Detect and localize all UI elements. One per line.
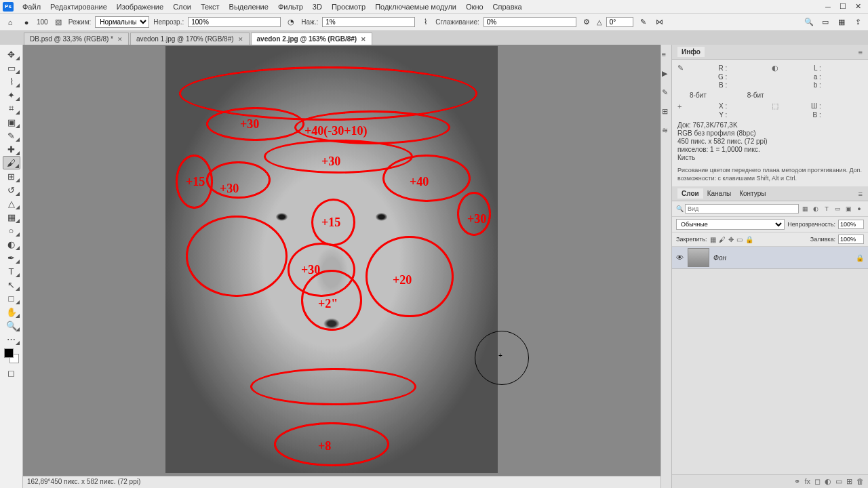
brush-settings-icon[interactable]: ▧ — [52, 16, 64, 28]
dock-icon-history[interactable]: ▶ — [662, 69, 671, 79]
menu-выделение[interactable]: Выделение — [224, 1, 273, 12]
layer-blend-select[interactable]: Обычные — [676, 219, 785, 230]
lock-transparency-icon[interactable]: ▦ — [710, 236, 716, 243]
blend-mode-select[interactable]: Нормальный — [95, 16, 149, 28]
maximize-button[interactable]: ☐ — [835, 1, 850, 13]
menu-фильтр[interactable]: Фильтр — [273, 1, 308, 12]
search-icon[interactable]: 🔍 — [803, 16, 815, 28]
frame-tool[interactable]: ▣ — [3, 115, 20, 129]
lock-all-icon[interactable]: 🔒 — [745, 236, 753, 243]
hand-tool[interactable]: ✋ — [3, 305, 20, 319]
link-layers-icon[interactable]: ⚭ — [794, 477, 800, 486]
brush-tool[interactable]: 🖌 — [3, 156, 20, 169]
panel-menu-icon[interactable]: ≡ — [859, 48, 863, 56]
panel-tab-Контуры[interactable]: Контуры — [735, 188, 770, 199]
lasso-tool[interactable]: ⌇ — [3, 75, 20, 88]
smoothing-options-icon[interactable]: ⚙ — [580, 16, 593, 28]
menu-подключаемые модули[interactable]: Подключаемые модули — [370, 1, 461, 12]
menu-3d[interactable]: 3D — [308, 1, 327, 12]
filter-adj-icon[interactable]: ◐ — [811, 204, 821, 214]
dock-icon-character[interactable]: ≋ — [662, 126, 671, 136]
wand-tool[interactable]: ✦ — [3, 88, 20, 102]
document-tab[interactable]: avedon 1.jpg @ 170% (RGB/8#)✕ — [130, 33, 250, 45]
new-layer-icon[interactable]: ⊞ — [846, 477, 852, 486]
filter-img-icon[interactable]: ▦ — [800, 204, 810, 214]
layer-opacity-field[interactable] — [838, 220, 864, 229]
menu-слои[interactable]: Слои — [168, 1, 196, 12]
type-tool[interactable]: T — [3, 264, 20, 278]
gradient-tool[interactable]: ▦ — [3, 210, 20, 224]
pressure-opacity-icon[interactable]: ◔ — [285, 16, 297, 28]
menu-редактирование[interactable]: Редактирование — [45, 1, 112, 12]
layer-name[interactable]: Фон — [713, 254, 726, 262]
rectangle-tool[interactable]: □ — [3, 291, 20, 305]
panel-tab-Слои[interactable]: Слои — [677, 188, 703, 199]
workspace-icon[interactable]: ▦ — [835, 16, 848, 28]
lock-artboard-icon[interactable]: ▭ — [736, 236, 743, 243]
document-tab[interactable]: DB.psd @ 33,3% (RGB/8) *✕ — [24, 33, 129, 45]
move-tool[interactable]: ✥ — [3, 47, 20, 61]
quickmask-tool[interactable]: ◻ — [3, 366, 20, 380]
healing-tool[interactable]: ✚ — [3, 142, 20, 156]
menu-окно[interactable]: Окно — [461, 1, 488, 12]
menu-изображение[interactable]: Изображение — [112, 1, 168, 12]
edit-toolbar-tool[interactable]: ⋯ — [3, 332, 20, 346]
filter-shape-icon[interactable]: ▭ — [833, 204, 842, 214]
document-tab[interactable]: avedon 2.jpg @ 163% (RGB/8#)✕ — [251, 33, 373, 45]
view-icon[interactable]: ▭ — [819, 16, 831, 28]
menu-просмотр[interactable]: Просмотр — [327, 1, 370, 12]
history-brush-tool[interactable]: ↺ — [3, 183, 20, 197]
eraser-tool[interactable]: △ — [3, 197, 20, 210]
crop-tool[interactable]: ⌗ — [3, 102, 20, 115]
tab-close-icon[interactable]: ✕ — [361, 36, 366, 43]
angle-field[interactable] — [606, 17, 633, 27]
lock-position-icon[interactable]: ✥ — [728, 236, 734, 243]
brush-preset-icon[interactable]: ● — [20, 16, 33, 28]
document-canvas[interactable]: +30+40(-30+10)+30+15+30+40+15+30+30+2"+2… — [165, 46, 498, 473]
dodge-tool[interactable]: ◐ — [3, 237, 20, 251]
smoothing-field[interactable] — [484, 17, 576, 27]
opacity-field[interactable] — [188, 17, 281, 27]
filter-type-icon[interactable]: T — [822, 204, 831, 214]
filter-toggle[interactable]: ● — [854, 204, 864, 214]
visibility-icon[interactable]: 👁 — [676, 253, 684, 262]
delete-icon[interactable]: 🗑 — [856, 477, 864, 486]
layer-fill-field[interactable] — [838, 235, 864, 244]
marquee-tool[interactable]: ▭ — [3, 61, 20, 75]
fx-icon[interactable]: fx — [804, 477, 810, 486]
blur-tool[interactable]: ○ — [3, 224, 20, 237]
adjustment-icon[interactable]: ◐ — [825, 477, 831, 486]
clone-tool[interactable]: ⊞ — [3, 169, 20, 183]
minimize-button[interactable]: ─ — [821, 1, 835, 13]
eyedropper-tool[interactable]: ✎ — [3, 129, 20, 142]
layer-search[interactable] — [685, 204, 799, 214]
zoom-tool[interactable]: 🔍 — [3, 319, 20, 332]
filter-smart-icon[interactable]: ▣ — [844, 204, 853, 214]
menu-справка[interactable]: Справка — [488, 1, 527, 12]
menu-файл[interactable]: Файл — [18, 1, 45, 12]
layer-row[interactable]: 👁 Фон 🔒 — [672, 247, 868, 269]
mask-icon[interactable]: ◻ — [814, 477, 821, 486]
canvas-area[interactable]: +30+40(-30+10)+30+15+30+40+15+30+30+2"+2… — [23, 45, 660, 488]
color-swatches[interactable] — [4, 348, 19, 363]
tab-close-icon[interactable]: ✕ — [117, 36, 123, 43]
pressure-size-icon[interactable]: ✎ — [637, 16, 650, 28]
close-button[interactable]: ✕ — [850, 1, 865, 13]
home-icon[interactable]: ⌂ — [4, 16, 16, 28]
group-icon[interactable]: ▭ — [835, 477, 842, 486]
airbrush-icon[interactable]: ⌇ — [419, 16, 431, 28]
pen-tool[interactable]: ✒ — [3, 251, 20, 264]
layer-thumbnail[interactable] — [688, 248, 709, 267]
dock-icon-properties[interactable]: ⊞ — [662, 107, 671, 117]
dock-icon-brushes[interactable]: ✎ — [662, 88, 671, 98]
menu-текст[interactable]: Текст — [196, 1, 224, 12]
share-icon[interactable]: ⇪ — [852, 16, 864, 28]
flow-field[interactable] — [322, 17, 415, 27]
layers-menu-icon[interactable]: ≡ — [859, 190, 863, 198]
panel-tab-Каналы[interactable]: Каналы — [703, 188, 736, 199]
path-select-tool[interactable]: ↖ — [3, 278, 20, 291]
lock-pixels-icon[interactable]: 🖌 — [719, 236, 726, 243]
dock-icon-adjustments[interactable]: ≡ — [662, 50, 671, 60]
lock-icon[interactable]: 🔒 — [856, 254, 864, 262]
symmetry-icon[interactable]: ⋈ — [654, 16, 666, 28]
